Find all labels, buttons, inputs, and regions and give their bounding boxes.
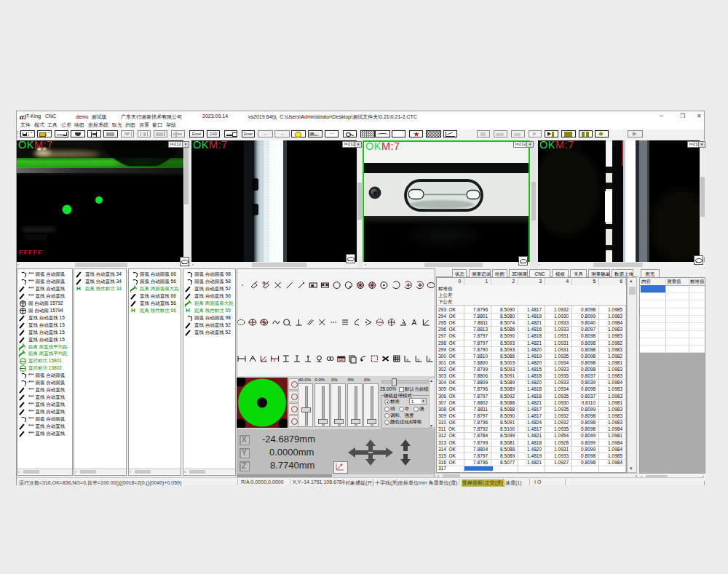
svg-text:y: y	[417, 357, 419, 362]
svg-text:FFFFF: FFFFF	[19, 249, 43, 256]
svg-text:z: z	[428, 357, 430, 362]
svg-text:A: A	[412, 319, 417, 327]
svg-text:x: x	[406, 357, 408, 362]
svg-text:x: x	[274, 358, 276, 362]
svg-text:x: x	[264, 358, 266, 362]
